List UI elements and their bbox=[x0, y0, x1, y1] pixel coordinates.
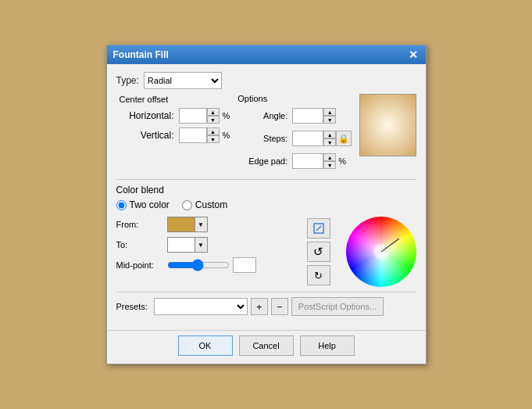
add-preset-button[interactable]: + bbox=[251, 298, 268, 315]
steps-up[interactable]: ▲ bbox=[323, 131, 336, 138]
two-color-radio[interactable] bbox=[116, 200, 127, 210]
to-label: To: bbox=[116, 240, 167, 249]
color-wheel-container bbox=[346, 217, 416, 287]
color-left: From: ▼ To: ▼ Mid-point: 49 bbox=[116, 217, 299, 287]
color-controls: From: ▼ To: ▼ Mid-point: 49 bbox=[116, 217, 416, 287]
horizontal-label: Horizontal: bbox=[116, 110, 179, 121]
angle-input[interactable]: 0.0 bbox=[292, 108, 323, 124]
dialog-body: Type: Radial Linear Conical Square Cente… bbox=[107, 64, 426, 330]
svg-line-1 bbox=[316, 226, 321, 231]
to-row: To: ▼ bbox=[116, 237, 299, 253]
angle-row: Angle: 0.0 ▲ ▼ bbox=[237, 108, 352, 124]
separator2 bbox=[116, 292, 416, 292]
ok-button[interactable]: OK bbox=[178, 335, 233, 356]
horizontal-row: Horizontal: 0 ▲ ▼ % bbox=[116, 108, 230, 124]
horizontal-unit: % bbox=[223, 111, 230, 120]
presets-select[interactable] bbox=[154, 298, 248, 315]
edge-pad-input[interactable]: 0 bbox=[292, 153, 323, 169]
steps-label: Steps: bbox=[237, 134, 292, 143]
vertical-input[interactable]: 0 bbox=[179, 127, 207, 143]
edge-pad-down[interactable]: ▼ bbox=[323, 161, 336, 169]
color-wheel[interactable] bbox=[346, 217, 416, 287]
angle-spinbuttons: ▲ ▼ bbox=[323, 108, 336, 124]
to-swatch[interactable] bbox=[167, 237, 195, 253]
vertical-up[interactable]: ▲ bbox=[207, 127, 220, 135]
vertical-spinbuttons: ▲ ▼ bbox=[207, 127, 220, 143]
custom-radio[interactable] bbox=[182, 200, 192, 210]
dialog-footer: OK Cancel Help bbox=[107, 330, 426, 364]
angle-down[interactable]: ▼ bbox=[323, 116, 336, 124]
two-color-radio-label[interactable]: Two color bbox=[116, 199, 170, 210]
action-buttons: ↺ ↻ bbox=[307, 218, 330, 287]
angle-up[interactable]: ▲ bbox=[323, 108, 336, 116]
from-swatch-dropdown[interactable]: ▼ bbox=[195, 217, 208, 232]
fountain-fill-dialog: Fountain Fill ✕ Type: Radial Linear Coni… bbox=[106, 45, 427, 364]
close-button[interactable]: ✕ bbox=[407, 49, 420, 60]
from-row: From: ▼ bbox=[116, 217, 299, 232]
radio-row: Two color Custom bbox=[116, 199, 416, 210]
steps-row: Steps: 256 ▲ ▼ 🔒 bbox=[237, 131, 352, 146]
vertical-unit: % bbox=[223, 131, 230, 140]
options-section: Center offset Horizontal: 0 ▲ ▼ % Vertic… bbox=[116, 94, 416, 173]
presets-row: Presets: + − PostScript Options... bbox=[116, 297, 416, 316]
steps-spinbuttons: ▲ ▼ bbox=[323, 131, 336, 146]
midpoint-row: Mid-point: 49 bbox=[116, 257, 299, 273]
lock-button[interactable]: 🔒 bbox=[336, 131, 352, 146]
edge-pad-label: Edge pad: bbox=[237, 156, 292, 166]
horizontal-spinbuttons: ▲ ▼ bbox=[207, 108, 220, 124]
color-blend-section: Color blend Two color Custom From: bbox=[116, 185, 416, 287]
steps-down[interactable]: ▼ bbox=[323, 138, 336, 146]
horizontal-down[interactable]: ▼ bbox=[207, 116, 220, 124]
postscript-button[interactable]: PostScript Options... bbox=[291, 297, 384, 316]
custom-label: Custom bbox=[195, 199, 227, 210]
options-right: Options Angle: 0.0 ▲ ▼ Steps: 256 ▲ bbox=[237, 94, 352, 173]
custom-radio-label[interactable]: Custom bbox=[182, 199, 227, 210]
steps-input[interactable]: 256 bbox=[292, 131, 323, 146]
type-select[interactable]: Radial Linear Conical Square bbox=[144, 72, 222, 89]
edit-color-button[interactable] bbox=[307, 218, 330, 239]
from-label: From: bbox=[116, 220, 167, 229]
swap-colors-button[interactable]: ↺ bbox=[307, 242, 330, 262]
horizontal-up[interactable]: ▲ bbox=[207, 108, 220, 116]
edge-pad-up[interactable]: ▲ bbox=[323, 153, 336, 161]
center-offset-label: Center offset bbox=[120, 95, 169, 104]
vertical-row: Vertical: 0 ▲ ▼ % bbox=[116, 127, 230, 143]
title-bar: Fountain Fill ✕ bbox=[107, 45, 426, 64]
angle-label: Angle: bbox=[237, 111, 292, 120]
vertical-down[interactable]: ▼ bbox=[207, 135, 220, 143]
color-blend-title: Color blend bbox=[116, 185, 416, 196]
options-left: Center offset Horizontal: 0 ▲ ▼ % Vertic… bbox=[116, 94, 230, 173]
separator1 bbox=[116, 179, 416, 180]
edge-pad-spinbuttons: ▲ ▼ bbox=[323, 153, 336, 169]
edge-pad-row: Edge pad: 0 ▲ ▼ % bbox=[237, 153, 352, 169]
reset-button[interactable]: ↻ bbox=[307, 265, 330, 285]
midpoint-input[interactable]: 49 bbox=[233, 257, 256, 273]
options-label: Options bbox=[237, 94, 352, 103]
from-swatch[interactable] bbox=[167, 217, 195, 232]
cancel-button[interactable]: Cancel bbox=[239, 335, 294, 356]
dialog-title: Fountain Fill bbox=[113, 49, 169, 60]
type-label: Type: bbox=[116, 75, 139, 86]
midpoint-slider[interactable] bbox=[167, 260, 230, 271]
horizontal-input[interactable]: 0 bbox=[179, 108, 207, 124]
vertical-label: Vertical: bbox=[116, 130, 179, 141]
presets-label: Presets: bbox=[116, 302, 148, 311]
edge-pad-unit: % bbox=[338, 156, 346, 166]
preview-box bbox=[359, 94, 416, 156]
to-swatch-dropdown[interactable]: ▼ bbox=[195, 237, 208, 253]
remove-preset-button[interactable]: − bbox=[271, 298, 288, 315]
help-button[interactable]: Help bbox=[300, 335, 355, 356]
two-color-label: Two color bbox=[130, 199, 170, 210]
type-row: Type: Radial Linear Conical Square bbox=[116, 72, 416, 89]
midpoint-label: Mid-point: bbox=[116, 260, 167, 270]
